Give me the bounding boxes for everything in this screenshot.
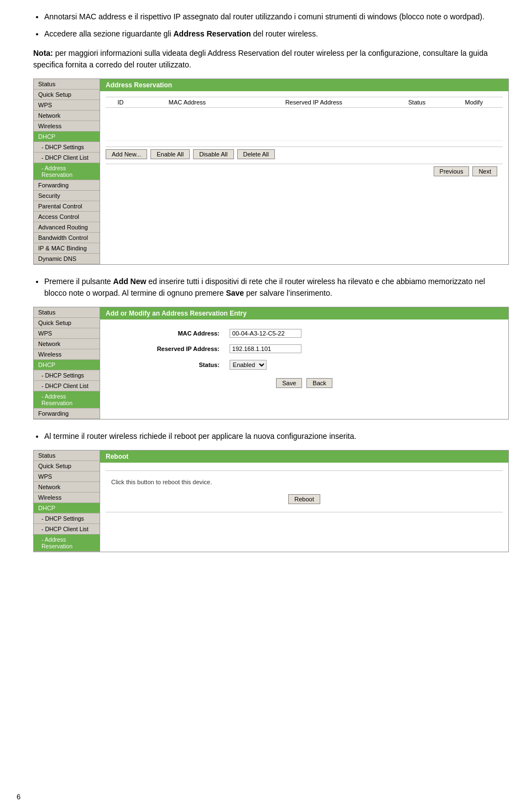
sidebar-item-wireless[interactable]: Wireless bbox=[34, 121, 100, 132]
bullet3-suffix2: per salvare l’inserimento. bbox=[244, 289, 332, 297]
col-modify: Modify bbox=[445, 97, 503, 108]
table-row-empty bbox=[106, 108, 503, 141]
add-new-button[interactable]: Add New... bbox=[106, 149, 147, 159]
sidebar3-dhcp-settings[interactable]: - DHCP Settings bbox=[34, 514, 100, 524]
reboot-description: Click this button to reboot this device. bbox=[106, 473, 503, 491]
bullet2-suffix: del router wireless. bbox=[251, 29, 318, 38]
nota-label: Nota: bbox=[33, 49, 53, 57]
reboot-btn-row: Reboot bbox=[106, 494, 503, 510]
nota-paragraph: Nota: per maggiori informazioni sulla vi… bbox=[33, 48, 509, 71]
screenshot-add-modify: Status Quick Setup WPS Network Wireless … bbox=[33, 307, 509, 420]
next-button[interactable]: Next bbox=[472, 166, 497, 176]
sidebar3-address-reservation[interactable]: - Address Reservation bbox=[34, 535, 100, 552]
status-value-cell: Enabled Disabled bbox=[225, 357, 462, 373]
sidebar-1: Status Quick Setup WPS Network Wireless … bbox=[34, 79, 100, 264]
sidebar-item-ipmac[interactable]: IP & MAC Binding bbox=[34, 243, 100, 254]
router-main-body-3: Click this button to reboot this device.… bbox=[100, 463, 508, 520]
sidebar2-wps[interactable]: WPS bbox=[34, 328, 100, 339]
sidebar-item-dhcp-settings[interactable]: - DHCP Settings bbox=[34, 142, 100, 153]
router-main-header-3: Reboot bbox=[100, 450, 508, 463]
sidebar3-status[interactable]: Status bbox=[34, 450, 100, 461]
bullet1-text: Annotarsi MAC address e il rispettivo IP… bbox=[44, 12, 485, 21]
sidebar2-address-reservation[interactable]: - Address Reservation bbox=[34, 391, 100, 408]
sidebar2-quicksetup[interactable]: Quick Setup bbox=[34, 318, 100, 328]
bullet-item-3: Premere il pulsante Add New ed inserire … bbox=[44, 276, 509, 299]
col-mac: MAC Address bbox=[136, 97, 239, 108]
main-list: Annotarsi MAC address e il rispettivo IP… bbox=[33, 11, 509, 40]
divider-1 bbox=[106, 146, 503, 147]
router-main-2: Add or Modify an Address Reservation Ent… bbox=[100, 307, 508, 419]
nota-text: per maggiori informazioni sulla videata … bbox=[33, 49, 488, 69]
sidebar3-network[interactable]: Network bbox=[34, 482, 100, 493]
sidebar-item-access[interactable]: Access Control bbox=[34, 212, 100, 222]
sidebar2-dhcp[interactable]: DHCP bbox=[34, 360, 100, 370]
router-main-body-1: ID MAC Address Reserved IP Address Statu… bbox=[100, 91, 508, 182]
bullet4-text: Al termine il router wireless richiede i… bbox=[44, 432, 356, 441]
col-id: ID bbox=[106, 97, 136, 108]
bullet3-bold-addnew: Add New bbox=[113, 277, 147, 286]
sidebar-3: Status Quick Setup WPS Network Wireless … bbox=[34, 450, 100, 552]
router-main-1: Address Reservation ID MAC Address Reser… bbox=[100, 79, 508, 264]
form-row-status: Status: Enabled Disabled bbox=[147, 357, 462, 373]
mac-input[interactable] bbox=[230, 329, 301, 338]
disable-all-button[interactable]: Disable All bbox=[193, 149, 233, 159]
reboot-button[interactable]: Reboot bbox=[288, 494, 320, 504]
bullet3-bold-save: Save bbox=[226, 289, 244, 297]
router-main-header-1: Address Reservation bbox=[100, 79, 508, 91]
back-button[interactable]: Back bbox=[306, 378, 332, 388]
sidebar2-forwarding[interactable]: Forwarding bbox=[34, 408, 100, 419]
sidebar2-dhcp-clientlist[interactable]: - DHCP Client List bbox=[34, 381, 100, 391]
form-buttons-row: Save Back bbox=[106, 378, 503, 388]
sidebar3-dhcp[interactable]: DHCP bbox=[34, 503, 100, 514]
bullet2-bold: Address Reservation bbox=[173, 29, 251, 38]
sidebar-item-dhcp-clientlist[interactable]: - DHCP Client List bbox=[34, 153, 100, 163]
sidebar-item-quicksetup[interactable]: Quick Setup bbox=[34, 90, 100, 100]
sidebar3-quicksetup[interactable]: Quick Setup bbox=[34, 461, 100, 472]
col-status: Status bbox=[389, 97, 445, 108]
status-label: Status: bbox=[147, 357, 224, 373]
action-buttons-row: Add New... Enable All Disable All Delete… bbox=[106, 149, 503, 159]
add-modify-form: MAC Address: Reserved IP Address: bbox=[145, 325, 463, 374]
ip-label: Reserved IP Address: bbox=[147, 342, 224, 356]
save-button[interactable]: Save bbox=[276, 378, 302, 388]
address-reservation-table: ID MAC Address Reserved IP Address Statu… bbox=[106, 97, 503, 141]
previous-button[interactable]: Previous bbox=[434, 166, 470, 176]
sidebar-item-wps[interactable]: WPS bbox=[34, 100, 100, 111]
sidebar2-status[interactable]: Status bbox=[34, 307, 100, 318]
sidebar-item-bandwidth[interactable]: Bandwidth Control bbox=[34, 233, 100, 243]
bullet-list-2: Premere il pulsante Add New ed inserire … bbox=[33, 276, 509, 299]
mac-value-cell bbox=[225, 326, 462, 340]
enable-all-button[interactable]: Enable All bbox=[150, 149, 190, 159]
sidebar3-wireless[interactable]: Wireless bbox=[34, 493, 100, 503]
page-content: Annotarsi MAC address e il rispettivo IP… bbox=[33, 11, 509, 552]
sidebar3-wps[interactable]: WPS bbox=[34, 472, 100, 482]
sidebar-item-parental[interactable]: Parental Control bbox=[34, 201, 100, 212]
sidebar-item-advanced[interactable]: Advanced Routing bbox=[34, 222, 100, 233]
form-row-mac: MAC Address: bbox=[147, 326, 462, 340]
ip-value-cell bbox=[225, 342, 462, 356]
bullet-list-3: Al termine il router wireless richiede i… bbox=[33, 431, 509, 442]
sidebar2-wireless[interactable]: Wireless bbox=[34, 349, 100, 360]
sidebar-item-status[interactable]: Status bbox=[34, 79, 100, 90]
delete-all-button[interactable]: Delete All bbox=[237, 149, 275, 159]
bullet3-prefix: Premere il pulsante bbox=[44, 277, 113, 286]
sidebar-item-dhcp[interactable]: DHCP bbox=[34, 132, 100, 142]
form-row-ip: Reserved IP Address: bbox=[147, 342, 462, 356]
sidebar-item-network[interactable]: Network bbox=[34, 111, 100, 121]
ip-input[interactable] bbox=[230, 344, 301, 353]
sidebar-item-ddns[interactable]: Dynamic DNS bbox=[34, 254, 100, 264]
col-ip: Reserved IP Address bbox=[239, 97, 389, 108]
status-select[interactable]: Enabled Disabled bbox=[230, 360, 267, 370]
bullet2-prefix: Accedere alla sezione riguardante gli bbox=[44, 29, 173, 38]
sidebar-item-forwarding[interactable]: Forwarding bbox=[34, 180, 100, 191]
sidebar2-dhcp-settings[interactable]: - DHCP Settings bbox=[34, 370, 100, 381]
sidebar2-network[interactable]: Network bbox=[34, 339, 100, 349]
bullet-item-1: Annotarsi MAC address e il rispettivo IP… bbox=[44, 11, 509, 23]
bullet-item-4: Al termine il router wireless richiede i… bbox=[44, 431, 509, 442]
router-main-header-2: Add or Modify an Address Reservation Ent… bbox=[100, 307, 508, 319]
screenshot-reboot: Status Quick Setup WPS Network Wireless … bbox=[33, 450, 509, 552]
sidebar-item-security[interactable]: Security bbox=[34, 191, 100, 201]
sidebar3-dhcp-clientlist[interactable]: - DHCP Client List bbox=[34, 524, 100, 535]
mac-label: MAC Address: bbox=[147, 326, 224, 340]
sidebar-item-address-reservation[interactable]: - Address Reservation bbox=[34, 163, 100, 180]
